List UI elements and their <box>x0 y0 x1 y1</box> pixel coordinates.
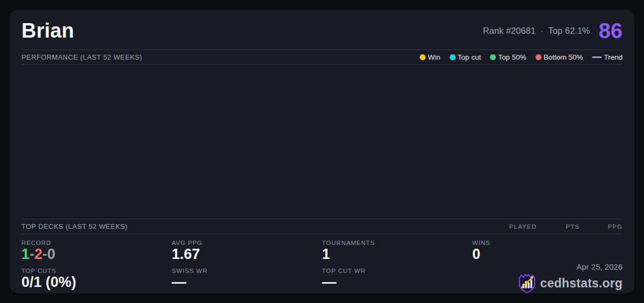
brand: cedhstats.org <box>518 273 623 293</box>
stat-tournaments: TOURNAMENTS 1 <box>322 237 472 265</box>
rank-line: Rank #20681 · Top 62.1% <box>483 26 590 36</box>
legend-item-top-50-: Top 50% <box>490 53 526 61</box>
separator-dot: · <box>540 26 544 36</box>
legend-label: Win <box>428 53 440 61</box>
stat-wins: WINS 0 <box>472 237 623 265</box>
stat-record: RECORD 1-2-0 <box>21 237 172 265</box>
deck-table-column-headers: PLAYEDPTSPPG <box>494 223 623 230</box>
footer-cell: Apr 25, 2026 cedhstats.org <box>472 265 623 293</box>
stats-grid: RECORD 1-2-0 AVG PPG 1.67 TOURNAMENTS 1 … <box>21 234 623 293</box>
record-part: 1 <box>21 246 30 262</box>
stat-tournaments-label: TOURNAMENTS <box>322 237 472 246</box>
deck-column-pts: PTS <box>537 223 580 230</box>
stat-top-cut-wr-value: — <box>322 274 472 291</box>
rank-score-group: Rank #20681 · Top 62.1% 86 <box>483 20 623 41</box>
chart-legend: WinTop cutTop 50%Bottom 50%Trend <box>420 53 623 61</box>
stat-avg-ppg-value: 1.67 <box>172 246 322 263</box>
performance-section-label: PERFORMANCE (LAST 52 WEEKS) <box>21 53 142 61</box>
cedhstats-logo-icon <box>518 273 536 293</box>
top-percent-label: Top 62.1% <box>548 26 590 36</box>
legend-item-win: Win <box>420 53 440 61</box>
stat-top-cut-wr-label: TOP CUT WR <box>322 265 472 274</box>
record-part: - <box>30 246 34 262</box>
legend-label: Top cut <box>458 53 481 61</box>
stat-top-cuts-label: TOP CUTS <box>21 265 172 274</box>
card-header: Brian Rank #20681 · Top 62.1% 86 <box>21 10 623 49</box>
stat-wins-value: 0 <box>472 246 623 263</box>
card-date: Apr 25, 2026 <box>576 262 623 271</box>
stat-top-cuts: TOP CUTS 0/1 (0%) <box>21 265 172 293</box>
top-decks-section-label: TOP DECKS (LAST 52 WEEKS) <box>21 222 128 230</box>
player-score: 86 <box>599 20 623 41</box>
legend-item-trend: Trend <box>592 53 623 61</box>
stat-wins-label: WINS <box>472 237 623 246</box>
player-stats-card: Brian Rank #20681 · Top 62.1% 86 PERFORM… <box>10 10 634 293</box>
stat-record-label: RECORD <box>21 237 172 246</box>
stat-tournaments-value: 1 <box>322 246 472 263</box>
deck-column-ppg: PPG <box>580 223 623 230</box>
legend-label: Top 50% <box>498 53 526 61</box>
stat-record-value: 1-2-0 <box>21 246 172 263</box>
performance-header-row: PERFORMANCE (LAST 52 WEEKS) WinTop cutTo… <box>21 49 623 65</box>
rank-label: Rank #20681 <box>483 26 536 36</box>
player-name: Brian <box>21 19 74 42</box>
legend-dot-icon <box>536 54 541 60</box>
brand-text: cedhstats.org <box>540 276 623 291</box>
legend-item-top-cut: Top cut <box>450 53 481 61</box>
record-part: 2 <box>34 246 42 262</box>
deck-column-played: PLAYED <box>494 223 537 230</box>
legend-dot-icon <box>450 54 456 60</box>
legend-item-bottom-50-: Bottom 50% <box>536 53 583 61</box>
legend-dot-icon <box>420 54 426 60</box>
stat-swiss-wr: SWISS WR — <box>172 265 322 293</box>
trend-line-icon <box>592 56 602 58</box>
legend-label: Bottom 50% <box>544 53 583 61</box>
stat-top-cuts-value: 0/1 (0%) <box>21 274 172 291</box>
stat-avg-ppg-label: AVG PPG <box>172 237 322 246</box>
top-decks-header-row: TOP DECKS (LAST 52 WEEKS) PLAYEDPTSPPG <box>21 219 623 234</box>
legend-dot-icon <box>490 54 496 60</box>
stat-swiss-wr-label: SWISS WR <box>172 265 322 274</box>
record-part: 0 <box>47 246 55 262</box>
performance-chart <box>21 65 623 219</box>
record-part: - <box>42 246 47 262</box>
stat-swiss-wr-value: — <box>172 274 322 291</box>
stat-top-cut-wr: TOP CUT WR — <box>322 265 472 293</box>
legend-label: Trend <box>604 53 623 61</box>
stat-avg-ppg: AVG PPG 1.67 <box>172 237 322 265</box>
